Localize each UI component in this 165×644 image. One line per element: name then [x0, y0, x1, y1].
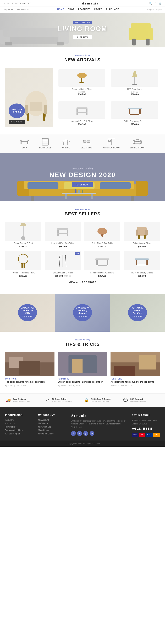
footer-link-about[interactable]: About Us [5, 419, 33, 421]
side-table-svg [75, 104, 89, 116]
category-livingroom[interactable]: LIVING ROOM [130, 138, 145, 149]
nav-purchase[interactable]: PURCHASE [106, 8, 119, 11]
featured-chair-btn[interactable]: SHOP NOW [8, 120, 25, 124]
best-sellers-label: Look best items [5, 208, 160, 210]
promo-title-1: Sale up to 50% [20, 309, 35, 314]
blog-img-2[interactable] [111, 352, 160, 376]
promo-banners: BEST SELLING Sale up to 50% SHOP NOW DEA… [0, 294, 165, 332]
footer-link-credit[interactable]: My Credit Slip [38, 426, 66, 428]
footer-link-address[interactable]: My Address [38, 429, 66, 432]
feature-title-2: 100% Safe & Secure [91, 398, 111, 400]
blog-title-2[interactable]: According to feng shui, the indoor plant… [111, 380, 160, 384]
banner-shop-btn[interactable]: SHOP NOW [72, 182, 93, 187]
feature-sub-2: Secure your payment [91, 400, 111, 402]
hero-tag: UP TO 30% OFF [73, 21, 92, 24]
footer-link-testimonials[interactable]: Testimonials [5, 426, 33, 428]
payment-icons: VISA MC PayPal AMEX [132, 433, 160, 437]
view-all-link[interactable]: VIEW ALL PRODUCTS [69, 281, 96, 284]
banner-2020: Awesome Trending NEW DESIGN 2020 SHOP NO… [0, 153, 165, 201]
search-icon[interactable]: 🔍 [149, 2, 152, 5]
feature-title-0: Free Delivery [13, 398, 30, 400]
bs-grid-row2: Roundhill Furniture Habit $215.00 sale B… [5, 251, 160, 277]
svg-rect-6 [131, 23, 151, 40]
banner-tag: Awesome Trending [72, 167, 93, 170]
footer-address: 423 Below Spring Sand, Santa Monica, CA … [132, 419, 160, 426]
svg-rect-69 [65, 194, 67, 199]
nav-register[interactable]: Register / Sign in [147, 8, 162, 11]
bs-img-6[interactable] [84, 251, 120, 270]
social-twitter[interactable]: t [77, 431, 82, 436]
blog-title-1[interactable]: Stylish color scheme in interior decorat… [58, 380, 107, 384]
social-linkedin[interactable]: in [90, 431, 94, 436]
bs-img-7[interactable] [124, 251, 160, 270]
best-sellers-section: Look best items BEST SELLERS Cosco Delux… [0, 201, 165, 294]
footer-col-information: INFORMATION About Us Contact Us Testimon… [5, 414, 33, 437]
footer-link-terms[interactable]: Terms & Conditions [5, 429, 33, 432]
bs-img-4[interactable] [5, 251, 41, 270]
promo-3: COLLECTION Decor furniture SHOP NOW [110, 294, 165, 332]
blog-author-0: By Admin [5, 384, 13, 386]
svg-rect-50 [108, 140, 111, 142]
glass-table-svg [127, 104, 143, 116]
social-google[interactable]: g [83, 431, 88, 436]
blog-img-1[interactable] [58, 352, 107, 376]
bs-img-1[interactable] [45, 222, 81, 241]
footer-link-personal[interactable]: My Personal Info [38, 432, 66, 435]
currency-select[interactable]: USD - Dollar [15, 8, 29, 11]
product-card-3: Table Temporary Glass $254.00 [110, 100, 160, 127]
svg-rect-67 [131, 196, 134, 200]
cart-icon[interactable]: 🛒 [159, 2, 162, 5]
blog-card-0: FURNITURE The color scheme for small bed… [5, 352, 54, 386]
product-img-1[interactable] [111, 70, 158, 86]
nav-features[interactable]: FEATURES [78, 8, 91, 11]
top-bar-right: 🔍 ♡ 🛒 [149, 2, 162, 5]
hero-shop-btn[interactable]: SHOP NOW [73, 35, 92, 40]
bs-img-5[interactable]: sale [45, 251, 81, 270]
svg-rect-28 [129, 109, 130, 114]
footer-link-affiliate[interactable]: Affiliate Program [5, 432, 33, 435]
blog-grid: FURNITURE The color scheme for small bed… [5, 352, 160, 386]
footer-phone[interactable]: +01 123 456 888 [132, 427, 160, 430]
svg-rect-19 [79, 82, 84, 83]
site-logo[interactable]: Armania [82, 1, 99, 6]
promo-btn-1[interactable]: SHOP NOW [21, 315, 34, 318]
nav-shop[interactable]: SHOP [68, 8, 74, 11]
nav-home[interactable]: HOME [57, 8, 64, 11]
top-bar-left: 📞 PHONE: (+800) 1234 56781 [3, 2, 31, 4]
product-img-2[interactable] [58, 102, 105, 119]
svg-rect-29 [139, 109, 141, 114]
blog-cat-1: FURNITURE [58, 378, 107, 380]
categories-section: SOFA BOOKCASE OFFICE BED ROOM [0, 134, 165, 153]
promo-badge-3: COLLECTION Decor furniture SHOP NOW [128, 304, 147, 321]
feature-sub-3: Dedicated support [131, 400, 146, 402]
promo-btn-2[interactable]: SHOP NOW [76, 315, 89, 318]
blog-img-0[interactable] [5, 352, 54, 376]
product-img-0[interactable] [58, 70, 105, 86]
blog-title-0[interactable]: The color scheme for small bedrooms [5, 380, 54, 384]
footer-link-contact[interactable]: Contact Us [5, 422, 33, 425]
bs-card-7: Table Temporary Glass2 $254.00 [124, 251, 160, 277]
wishlist-icon[interactable]: ♡ [154, 2, 157, 5]
bs-img-2[interactable] [84, 222, 120, 241]
product-name-3: Table Temporary Glass [111, 120, 158, 122]
language-select[interactable]: English [3, 8, 13, 11]
bookcase-icon [41, 138, 50, 145]
category-office[interactable]: OFFICE [62, 138, 70, 149]
svg-rect-100 [135, 258, 149, 260]
footer-link-account[interactable]: My Account [38, 419, 66, 421]
category-bedroom[interactable]: BED ROOM [81, 138, 93, 149]
category-kitchen[interactable]: KITCHEN ROOM [103, 138, 120, 149]
promo-tag-2: DEAL 30% OFF [76, 307, 89, 309]
bs-img-0[interactable] [5, 222, 41, 241]
bs-img-3[interactable] [124, 222, 160, 241]
nav-pages[interactable]: PAGES [94, 8, 102, 11]
product-img-3[interactable] [111, 102, 158, 119]
features-bar: 🚚 Free Delivery For orders from $50 ↩ 90… [0, 394, 165, 407]
promo-btn-3[interactable]: SHOP NOW [131, 315, 144, 318]
svg-rect-110 [72, 359, 82, 373]
category-sofa[interactable]: SOFA [20, 138, 29, 149]
footer-logo[interactable]: Armania [71, 414, 127, 418]
social-facebook[interactable]: f [71, 431, 76, 436]
footer-link-wishlist[interactable]: My Wishlist [38, 422, 66, 425]
category-bookcase[interactable]: BOOKCASE [39, 138, 52, 149]
